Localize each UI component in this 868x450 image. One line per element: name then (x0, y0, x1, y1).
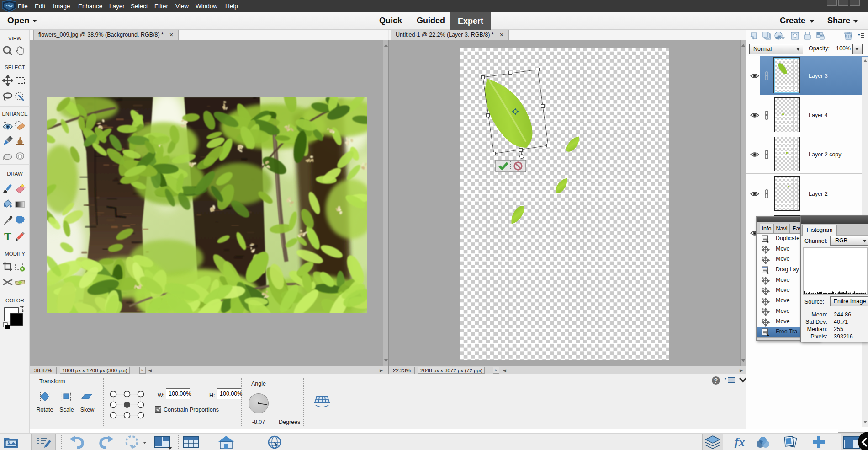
svg-text:?: ? (714, 377, 718, 384)
svg-text:T: T (4, 231, 11, 242)
svg-text:fx: fx (734, 436, 745, 448)
